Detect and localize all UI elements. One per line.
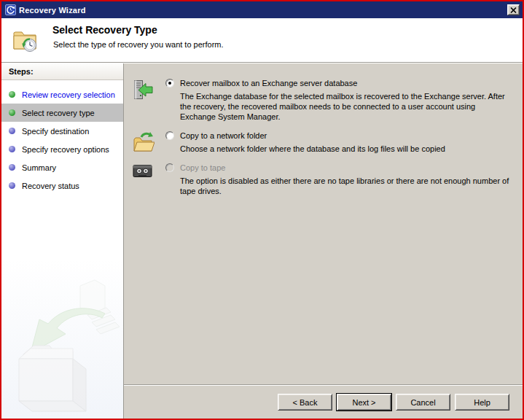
- option-label[interactable]: Recover mailbox to an Exchange server da…: [180, 79, 357, 88]
- sidebar-item-select-recovery-type[interactable]: Select recovery type: [1, 104, 123, 122]
- page-subtitle: Select the type of recovery you want to …: [53, 40, 224, 49]
- recovery-type-panel: Recover mailbox to an Exchange server da…: [124, 63, 523, 419]
- server-restore-icon: [133, 79, 153, 101]
- step-bullet-icon: [9, 146, 15, 152]
- option-label: Copy to tape: [180, 163, 225, 172]
- option-description: The option is disabled as either there a…: [180, 176, 511, 196]
- step-label: Select recovery type: [22, 109, 95, 117]
- step-bullet-icon: [9, 91, 15, 98]
- sidebar-item-specify-recovery-options: Specify recovery options: [1, 140, 123, 158]
- close-button[interactable]: [507, 4, 520, 15]
- option-copy-network-folder: Copy to a network folder Choose a networ…: [133, 131, 511, 154]
- next-button[interactable]: Next >: [337, 394, 391, 411]
- step-label: Specify destination: [22, 127, 89, 136]
- back-button[interactable]: < Back: [278, 394, 332, 411]
- sidebar-item-review-recovery-selection[interactable]: Review recovery selection: [1, 85, 123, 104]
- sidebar-item-summary: Summary: [1, 158, 123, 176]
- window-title: Recovery Wizard: [19, 6, 86, 15]
- wizard-header: Select Recovery Type Select the type of …: [1, 18, 523, 62]
- title-bar: Recovery Wizard: [1, 1, 523, 18]
- tape-icon: [133, 164, 152, 179]
- steps-heading: Steps:: [1, 63, 123, 80]
- cancel-button[interactable]: Cancel: [396, 394, 450, 411]
- help-button[interactable]: Help: [455, 394, 509, 411]
- option-description: Choose a network folder where the databa…: [180, 144, 511, 154]
- sidebar-item-recovery-status: Recovery status: [1, 176, 123, 195]
- option-recover-mailbox: Recover mailbox to an Exchange server da…: [133, 79, 511, 122]
- radio-recover-mailbox[interactable]: [165, 79, 174, 88]
- steps-list: Review recovery selection Select recover…: [1, 80, 123, 195]
- step-label: Recovery status: [22, 182, 79, 190]
- network-folder-icon: [133, 132, 155, 152]
- recovery-wizard-window: Recovery Wizard Select Recovery Type Sel…: [0, 0, 524, 420]
- steps-sidebar: Steps: Review recovery selection Select …: [1, 63, 124, 419]
- step-bullet-icon: [9, 182, 15, 189]
- option-copy-to-tape: Copy to tape The option is disabled as e…: [133, 163, 511, 196]
- step-bullet-icon: [9, 109, 15, 116]
- step-bullet-icon: [9, 164, 15, 171]
- recovery-folder-icon: [12, 26, 39, 54]
- step-label: Specify recovery options: [22, 145, 109, 154]
- radio-copy-network-folder[interactable]: [165, 131, 174, 140]
- sidebar-item-specify-destination: Specify destination: [1, 122, 123, 140]
- step-label: Review recovery selection: [22, 90, 115, 99]
- page-title: Select Recovery Type: [52, 24, 157, 36]
- button-row: < Back Next > Cancel Help: [278, 394, 509, 411]
- restore-watermark-graphic: [1, 273, 124, 419]
- wizard-body: Steps: Review recovery selection Select …: [1, 63, 523, 419]
- buttons-separator: [124, 384, 523, 386]
- option-description: The Exchange database for the selected m…: [180, 91, 511, 122]
- recovery-wizard-icon: [5, 4, 16, 15]
- step-label: Summary: [22, 163, 56, 172]
- step-bullet-icon: [9, 128, 15, 134]
- close-icon: [510, 7, 517, 13]
- radio-copy-to-tape: [165, 163, 174, 172]
- option-label[interactable]: Copy to a network folder: [180, 131, 267, 140]
